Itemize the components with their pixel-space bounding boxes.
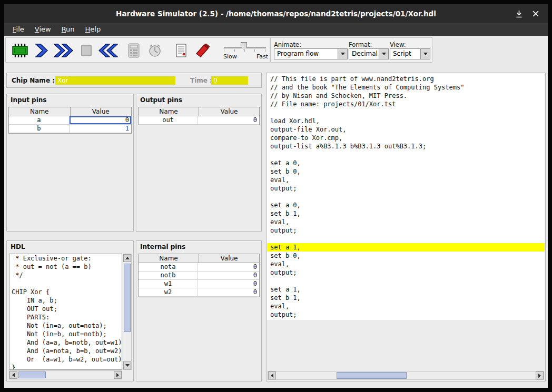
document-icon (175, 43, 188, 58)
hdl-line: CHIP Xor { (9, 288, 122, 296)
reset-button[interactable] (98, 41, 119, 61)
scroll-left-icon[interactable] (9, 371, 17, 379)
pin-value[interactable]: 0 (198, 116, 259, 124)
script-line: set a 0, (267, 159, 545, 167)
chip-name-bar: Chip Name : Xor Time : 0 (6, 73, 262, 88)
chevron-down-icon (420, 49, 430, 59)
script-line: eval, (267, 176, 545, 184)
chevron-down-icon (338, 49, 347, 59)
animate-select[interactable]: Program flow (274, 48, 348, 59)
clear-output-button[interactable] (192, 41, 212, 61)
download-icon[interactable] (513, 8, 525, 19)
pin-name: w2 (139, 288, 198, 296)
scrollbar-thumb[interactable] (337, 372, 407, 379)
rewind-icon (98, 43, 119, 58)
script-line: load Xor.hdl, (267, 117, 545, 125)
load-chip-button[interactable] (10, 41, 30, 61)
hdl-vertical-scrollbar[interactable] (123, 254, 132, 370)
script-line: set b 1, (267, 209, 545, 218)
hdl-line: } (9, 364, 122, 370)
hdl-title: HDL (7, 241, 133, 253)
script-line: set b 1, (267, 294, 545, 302)
pin-value[interactable]: 0 (70, 116, 132, 124)
pin-name: notb (139, 272, 198, 279)
window-title: Hardware Simulator (2.5) - /home/thomas/… (4, 4, 548, 23)
chip-name-field[interactable]: Xor (55, 76, 175, 85)
script-view[interactable]: // This file is part of www.nand2tetris.… (267, 74, 545, 320)
menu-item[interactable]: View (29, 23, 56, 36)
pin-value[interactable]: 0 (198, 280, 259, 288)
fast-label: Fast (257, 53, 268, 60)
scroll-left-icon[interactable] (268, 371, 276, 379)
table-header: Name Value (9, 107, 131, 116)
clock-button[interactable] (145, 41, 165, 61)
single-step-button[interactable] (32, 41, 52, 61)
scroll-right-icon[interactable] (536, 371, 544, 379)
menu-item[interactable]: Help (80, 23, 106, 36)
table-row: out 0 (139, 116, 259, 125)
hardware-simulator-window: Hardware Simulator (2.5) - /home/thomas/… (0, 0, 552, 392)
view-select[interactable]: Script (390, 48, 430, 59)
clock-icon (147, 43, 162, 58)
script-line: output; (267, 268, 545, 277)
script-line: output; (267, 310, 545, 319)
hdl-line: * Exclusive-or gate: (9, 254, 122, 263)
menu-item[interactable]: Run (56, 23, 80, 36)
value-column-header: Value (199, 254, 259, 263)
scroll-right-icon[interactable] (114, 371, 122, 379)
animate-value: Program flow (274, 49, 338, 59)
script-line: compare-to Xor.cmp, (267, 134, 545, 142)
scrollbar-thumb[interactable] (18, 371, 46, 378)
script-line: set a 0, (267, 201, 545, 209)
value-column-header: Value (70, 107, 132, 116)
script-line: output-list a%B3.1.3 b%B3.1.3 out%B3.1.3… (267, 142, 545, 150)
title-bar: Hardware Simulator (2.5) - /home/thomas/… (4, 4, 548, 23)
script-line (267, 235, 545, 243)
view-hdl-button[interactable] (171, 41, 191, 61)
script-line: eval, (267, 218, 545, 226)
scrollbar-thumb[interactable] (124, 264, 131, 332)
value-column-header: Value (199, 107, 259, 116)
stop-button[interactable] (76, 41, 96, 61)
table-header: Name Value (139, 254, 259, 263)
name-column-header: Name (139, 107, 199, 116)
name-column-header: Name (9, 107, 70, 116)
format-label: Format: (349, 41, 372, 48)
close-icon[interactable] (530, 8, 541, 19)
scroll-down-icon[interactable] (123, 361, 131, 369)
run-button[interactable] (53, 41, 73, 61)
pin-name: out (139, 116, 198, 124)
script-line: output-file Xor.out, (267, 125, 545, 134)
toolbar: Slow Fast (5, 37, 270, 63)
hdl-line: Or (a=w1, b=w2, out=out); (9, 355, 122, 364)
hdl-line: OUT out; (9, 305, 122, 313)
output-pins-title: Output pins (136, 94, 261, 106)
script-line: set b 0, (267, 167, 545, 176)
internal-pins-panel: Internal pins Name Value nota 0 notb 0 w… (136, 240, 262, 381)
scroll-up-icon[interactable] (123, 254, 131, 262)
stop-icon (80, 44, 93, 57)
calculator-icon (127, 43, 140, 58)
menu-item[interactable]: File (7, 23, 29, 36)
input-pins-panel: Input pins Name Value a 0 b 1 (6, 94, 134, 232)
script-line: set a 1, (267, 243, 545, 252)
input-pins-table: Name Value a 0 b 1 (8, 107, 132, 134)
pin-value[interactable]: 0 (198, 288, 259, 296)
script-line: output; (267, 184, 545, 193)
script-line (267, 108, 545, 117)
script-line: eval, (267, 260, 545, 268)
download-arrow-icon (516, 10, 523, 18)
calculator-button[interactable] (124, 41, 144, 61)
menu-bar: FileViewRunHelp (4, 23, 548, 36)
script-horizontal-scrollbar[interactable] (268, 371, 544, 380)
hdl-horizontal-scrollbar[interactable] (9, 370, 122, 379)
pin-value[interactable]: 0 (198, 272, 259, 279)
name-column-header: Name (139, 254, 199, 263)
table-row: a 0 (9, 116, 131, 125)
speed-slider[interactable]: Slow Fast (221, 39, 269, 62)
pin-value[interactable]: 1 (70, 125, 132, 133)
format-select[interactable]: Decimal (349, 48, 389, 59)
hdl-code-view[interactable]: * Exclusive-or gate: * out = not (a == b… (9, 254, 122, 370)
pin-value[interactable]: 0 (198, 263, 259, 271)
close-x-icon (533, 11, 539, 17)
